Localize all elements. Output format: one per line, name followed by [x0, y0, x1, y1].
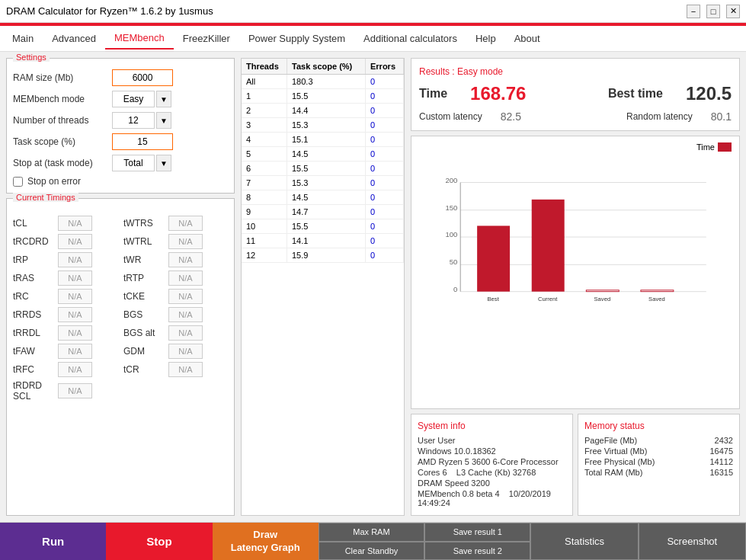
td-errors: 0 [366, 133, 404, 146]
minimize-button[interactable]: − [687, 5, 700, 18]
memory-status-title: Memory status [584, 421, 733, 431]
svg-text:150: 150 [445, 203, 457, 212]
menu-about[interactable]: About [505, 28, 549, 49]
best-time-value: 120.5 [686, 83, 732, 104]
td-scope: 180.3 [287, 75, 366, 88]
time-value: 168.76 [470, 83, 526, 104]
menu-advanced[interactable]: Advanced [43, 28, 105, 49]
td-thread: 5 [242, 147, 287, 161]
td-thread: 10 [242, 219, 287, 233]
screenshot-button[interactable]: Screenshot [639, 523, 746, 560]
td-errors: 0 [366, 190, 404, 204]
time-label: Time [419, 87, 447, 101]
close-button[interactable]: ✕ [726, 5, 740, 18]
table-row: 1 15.5 0 [242, 89, 404, 104]
membench-mode-input[interactable] [112, 91, 155, 107]
bgs-label: BGS [123, 309, 165, 320]
num-threads-row: Number of threads ▼ [13, 112, 228, 129]
th-scope: Task scope (%) [287, 59, 366, 74]
menu-membench[interactable]: MEMbench [105, 27, 174, 50]
timing-trcdrd: tRCDRD [13, 234, 117, 249]
trtp-input[interactable] [168, 270, 203, 286]
menu-power-supply[interactable]: Power Supply System [239, 28, 354, 49]
timing-trtp: tRTP [123, 270, 228, 286]
titlebar: DRAM Calculator for Ryzen™ 1.6.2 by 1usm… [0, 0, 746, 23]
timing-twr: tWR [123, 252, 228, 267]
timing-trp: tRP [13, 252, 117, 267]
twtrs-input[interactable] [168, 216, 203, 231]
table-row: 2 14.4 0 [242, 104, 404, 118]
statistics-button[interactable]: Statistics [530, 523, 638, 560]
maximize-button[interactable]: □ [706, 5, 720, 18]
table-row: 8 14.5 0 [242, 190, 404, 205]
trrdl-input[interactable] [58, 325, 92, 341]
free-physical-value: 14112 [709, 457, 733, 466]
td-thread: All [242, 75, 287, 88]
tfaw-input[interactable] [58, 344, 92, 359]
twtrs-label: tWTRS [123, 218, 165, 229]
menu-help[interactable]: Help [466, 28, 505, 49]
menu-additional[interactable]: Additional calculators [354, 28, 466, 49]
num-threads-dropdown[interactable]: ▼ [156, 112, 171, 129]
os-line: Windows 10.0.18362 [418, 446, 566, 456]
draw-latency-button[interactable]: DrawLatency Graph [213, 523, 319, 560]
stop-button[interactable]: Stop [106, 523, 212, 560]
bgsalt-input[interactable] [168, 325, 203, 341]
timing-bgsalt: BGS alt [123, 325, 228, 341]
table-row: 6 15.5 0 [242, 162, 404, 176]
stop-on-error-checkbox[interactable] [13, 177, 23, 187]
save-result-1-button[interactable]: Save result 1 [424, 523, 530, 542]
timing-tcr: tCR [123, 362, 228, 377]
info-row: System info User User Windows 10.0.18362… [411, 414, 740, 516]
task-scope-input[interactable] [112, 133, 173, 150]
svg-text:50: 50 [450, 258, 458, 266]
table-row: 12 15.9 0 [242, 248, 404, 263]
stop-at-label: Stop at (task mode) [13, 158, 112, 168]
run-button[interactable]: Run [0, 523, 106, 560]
table-row: 10 15.5 0 [242, 219, 404, 234]
table-row: 9 14.7 0 [242, 205, 404, 219]
trcdrd-input[interactable] [58, 234, 92, 249]
svg-text:Best: Best [488, 296, 500, 302]
membench-mode-dropdown[interactable]: ▼ [156, 91, 171, 107]
save-result-2-button[interactable]: Save result 2 [424, 542, 530, 561]
trp-label: tRP [13, 254, 55, 265]
trp-input[interactable] [58, 252, 92, 267]
window-controls: − □ ✕ [687, 5, 740, 18]
system-info-box: System info User User Windows 10.0.18362… [411, 414, 573, 516]
ram-size-input[interactable] [112, 69, 173, 86]
trc-input[interactable] [58, 289, 92, 304]
results-box: Results : Easy mode Time 168.76 Best tim… [411, 58, 740, 131]
trfc-input[interactable] [58, 362, 92, 377]
twr-input[interactable] [168, 252, 203, 267]
timing-twtrs: tWTRS [123, 216, 228, 231]
table-row: 5 14.5 0 [242, 147, 404, 162]
stop-at-dropdown[interactable]: ▼ [156, 155, 171, 171]
num-threads-input[interactable] [112, 112, 155, 129]
tcl-input[interactable] [58, 216, 92, 231]
membench-date-line: MEMbench 0.8 beta 4 10/20/2019 14:49:24 [418, 489, 566, 507]
max-ram-button[interactable]: Max RAM [319, 523, 424, 542]
trdrdsci-input[interactable] [58, 383, 92, 398]
td-scope: 14.7 [287, 205, 366, 219]
tras-label: tRAS [13, 273, 55, 283]
gdm-input[interactable] [168, 344, 203, 359]
td-errors: 0 [366, 205, 404, 219]
td-thread: 2 [242, 104, 287, 117]
table-row: 3 15.3 0 [242, 118, 404, 133]
menu-freezkiller[interactable]: FreezKiller [174, 28, 239, 49]
ram-size-label: RAM size (Mb) [13, 72, 112, 83]
tcr-input[interactable] [168, 362, 203, 377]
stop-on-error-row: Stop on error [13, 176, 228, 187]
svg-text:0: 0 [453, 285, 457, 293]
clear-standby-button[interactable]: Clear Standby [319, 542, 424, 561]
stop-at-input[interactable] [112, 155, 155, 171]
bgs-input[interactable] [168, 307, 203, 322]
trrds-input[interactable] [58, 307, 92, 322]
menu-main[interactable]: Main [3, 28, 43, 49]
chart-container: Time 0 50 100 150 200 [411, 136, 740, 409]
tras-input[interactable] [58, 270, 92, 286]
right-panel: Results : Easy mode Time 168.76 Best tim… [411, 58, 740, 516]
tcke-input[interactable] [168, 289, 203, 304]
twtrl-input[interactable] [168, 234, 203, 249]
